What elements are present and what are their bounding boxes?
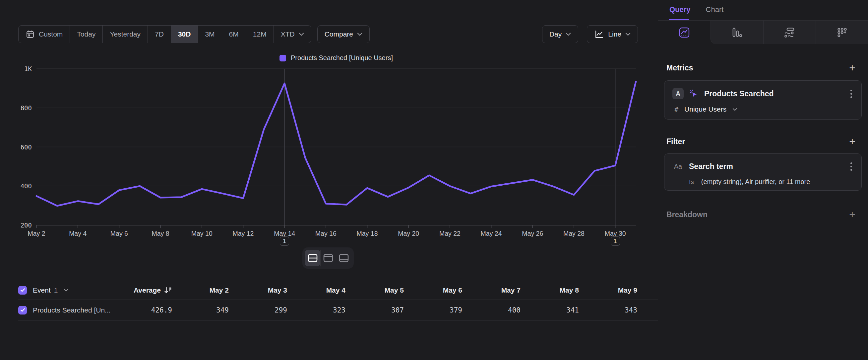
metric-aggregation-row[interactable]: # Unique Users [672,105,854,113]
svg-text:May 12: May 12 [232,230,254,237]
svg-text:May 8: May 8 [152,230,169,237]
line-chart: 1K800600400200May 2May 4May 6May 8May 10… [0,0,658,252]
table-header-name-cell: Event 1 Average [18,281,179,300]
tab-insights[interactable] [658,21,711,44]
kebab-menu-icon[interactable] [849,88,854,99]
column-header: May 4 [296,286,354,294]
filter-card[interactable]: Aa Search term Is (empty string), Air pu… [664,154,862,191]
hash-icon: # [674,105,678,113]
svg-text:May 4: May 4 [69,230,87,237]
tab-flows[interactable] [763,21,816,44]
layout-chart-focus-button[interactable] [320,250,336,266]
layout-switcher [302,247,354,269]
funnels-icon [732,27,743,38]
column-header: May 3 [238,286,296,294]
tab-query[interactable]: Query [670,5,691,14]
add-filter-button[interactable]: + [849,136,856,147]
table-row: Products Searched [Un... 426.9 349 299 3… [18,300,658,321]
filter-title: Filter [666,137,685,146]
svg-text:May 14: May 14 [274,230,295,237]
metrics-title: Metrics [666,63,693,73]
layout-split-button[interactable] [305,250,320,266]
annotation-badge[interactable]: 1 [611,237,620,246]
cell-value: 341 [529,306,588,314]
kebab-menu-icon[interactable] [849,161,854,172]
column-header: May 7 [471,286,529,294]
event-sparkle-icon [689,89,699,99]
svg-text:May 6: May 6 [111,230,128,237]
svg-text:May 24: May 24 [481,230,502,237]
chart-focus-icon [323,254,333,262]
column-header: May 9 [588,286,646,294]
average-sort-control[interactable]: Average [134,286,172,294]
svg-text:600: 600 [21,143,32,151]
series-name: Products Searched [Un... [33,306,111,314]
tab-funnels[interactable] [711,21,763,44]
metric-card[interactable]: A Products Searched # Unique Users [664,80,862,119]
svg-text:May 26: May 26 [522,230,543,237]
column-header: May 2 [179,286,238,294]
table-header-row: Event 1 Average May 2 May 3 May 4 May 5 [18,281,658,300]
chevron-down-icon[interactable] [64,288,69,292]
breakdown-title: Breakdown [666,210,708,219]
app: Custom Today Yesterday 7D 30D 3M 6M 12M … [0,0,868,360]
layout-table-focus-button[interactable] [336,250,351,266]
svg-text:800: 800 [21,104,32,112]
check-icon [20,307,26,313]
cell-value: 400 [471,306,529,314]
filter-value: (empty string), Air purifier, or 11 more [701,178,810,186]
row-checkbox[interactable] [18,306,27,314]
average-value: 426.9 [151,306,172,314]
text-property-badge: Aa [672,163,684,170]
filter-card-header: Aa Search term [672,161,854,172]
check-icon [20,287,26,293]
event-count: 1 [54,286,58,294]
table-focus-icon [339,254,349,262]
sort-descending-icon [164,286,172,294]
filter-operator: Is [689,178,694,186]
add-breakdown-button[interactable]: + [849,209,856,220]
filter-condition-row[interactable]: Is (empty string), Air purifier, or 11 m… [672,178,854,186]
aggregation-label: Unique Users [684,105,726,113]
tab-retention[interactable] [816,21,868,44]
panel-tabs: Query Chart [670,5,723,14]
cell-value: 299 [238,306,296,314]
select-all-checkbox[interactable] [18,286,27,295]
split-view-icon [308,254,318,262]
column-header: May 6 [412,286,471,294]
svg-text:May 30: May 30 [605,230,626,237]
cell-value: 379 [412,306,471,314]
query-panel: Query Chart [658,0,868,360]
report-type-tabs [658,20,868,44]
chevron-down-icon [733,108,737,111]
retention-icon [837,27,848,38]
svg-text:May 22: May 22 [439,230,461,237]
cell-value: 349 [179,306,238,314]
insights-icon [679,27,690,38]
flows-icon [784,27,795,38]
svg-text:May 10: May 10 [191,230,213,237]
add-metric-button[interactable]: + [849,62,856,73]
svg-text:May 28: May 28 [563,230,585,237]
metrics-section-header: Metrics + [666,62,856,73]
svg-text:May 20: May 20 [398,230,419,237]
tab-chart[interactable]: Chart [706,5,724,14]
main-area: Custom Today Yesterday 7D 30D 3M 6M 12M … [0,0,658,360]
event-column-label: Event [33,286,51,294]
annotation-badges: 11 [0,237,658,246]
column-header: May 8 [529,286,588,294]
table-row-name-cell: Products Searched [Un... 426.9 [18,300,179,320]
metric-card-header: A Products Searched [672,88,854,99]
cell-value: 323 [296,306,354,314]
annotation-badge[interactable]: 1 [280,237,289,246]
svg-text:400: 400 [21,182,32,190]
svg-text:May 2: May 2 [28,230,45,237]
svg-text:1K: 1K [24,65,32,73]
svg-text:May 16: May 16 [315,230,337,237]
cell-value: 307 [354,306,412,314]
cell-value: 343 [588,306,646,314]
filter-section-header: Filter + [666,136,856,147]
svg-text:May 18: May 18 [357,230,378,237]
column-header: May 5 [354,286,412,294]
svg-text:200: 200 [21,222,32,229]
